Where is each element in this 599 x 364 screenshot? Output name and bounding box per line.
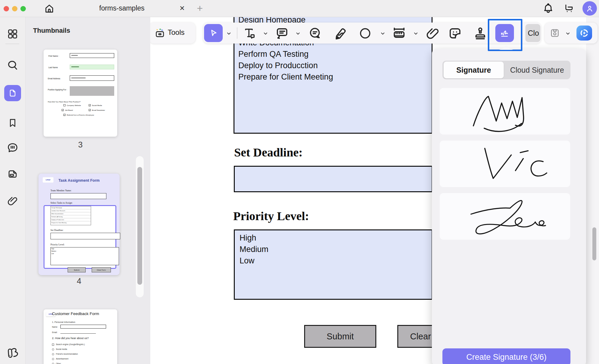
mini-form-title: Customer Feedback Form: [52, 311, 99, 316]
notifications-button[interactable]: [542, 3, 554, 15]
title-bar: forms-samples ✕ +: [0, 0, 599, 17]
mini-label: First Name :: [48, 55, 59, 57]
priority-option[interactable]: Low: [240, 255, 432, 266]
signature-item-leo[interactable]: [440, 193, 570, 240]
shapes-tool-dropdown[interactable]: [380, 31, 385, 37]
task-option[interactable]: Deploy to Producction: [238, 60, 432, 71]
document-tab[interactable]: forms-samples: [99, 4, 145, 12]
save-button[interactable]: [549, 28, 560, 40]
app-window: Design Homepage Conduct User Research Wr…: [0, 0, 599, 364]
tab-close-button[interactable]: ✕: [179, 5, 186, 12]
thumbnail-page-4[interactable]: UPDF Task Assignment Form Team Member Na…: [38, 174, 120, 275]
sidebar-item-bookmarks[interactable]: [4, 114, 22, 131]
mini-input: [70, 65, 114, 69]
mini-radio: [52, 363, 54, 364]
mini-label: How Did You Hear About This Position?: [48, 101, 81, 103]
mini-task: Design Homepage: [51, 206, 91, 209]
cart-icon: [564, 3, 575, 14]
attachment-tool[interactable]: [426, 26, 440, 42]
create-signature-button[interactable]: Create Signature (3/6): [442, 348, 570, 364]
mini-task: Deploy to Producction: [51, 218, 91, 221]
text-tool-dropdown[interactable]: [263, 31, 268, 37]
text-comment-tool[interactable]: [308, 26, 322, 42]
mini-label: Friend's recommendation: [56, 353, 78, 355]
submit-button[interactable]: Submit: [304, 325, 376, 348]
close-button[interactable]: Clo: [525, 24, 540, 42]
select-tool[interactable]: [204, 24, 223, 42]
mini-checkbox: [52, 344, 54, 346]
task-option[interactable]: Perform QA Testing: [238, 48, 432, 60]
thumbnails-scrollbar[interactable]: [137, 167, 142, 285]
set-deadline-heading: Set Deadline:: [234, 145, 303, 159]
select-tool-dropdown[interactable]: [227, 31, 231, 37]
thumbnails-panel: Thumbnails First Name : Last Name Email …: [26, 17, 150, 364]
priority-list-field[interactable]: High Medium Low: [234, 229, 432, 300]
tools-button-label: Tools: [168, 28, 185, 37]
tab-cloud-signature[interactable]: Cloud Signature: [504, 61, 570, 79]
highlighter-tool[interactable]: [333, 26, 347, 42]
mini-label: Job Board: [65, 109, 73, 111]
mini-label: Email Address: [48, 77, 60, 80]
save-dropdown[interactable]: [566, 31, 570, 37]
sidebar-item-pages[interactable]: [4, 165, 22, 182]
window-minimize-button[interactable]: [12, 6, 17, 11]
document-scrollbar[interactable]: [592, 227, 596, 260]
brand-logo-icon: [6, 346, 19, 359]
mini-label: Other:: [56, 362, 61, 364]
save-group: [545, 23, 597, 44]
signature-item-amy[interactable]: [440, 88, 570, 135]
new-tab-button[interactable]: +: [195, 3, 205, 13]
mini-option: High: [51, 248, 119, 250]
mini-option: Medium: [51, 250, 119, 253]
sidebar-item-search[interactable]: [4, 57, 22, 74]
mini-checkbox: [63, 104, 66, 106]
mini-task: Conduct User Research: [51, 209, 91, 212]
window-zoom-button[interactable]: [20, 6, 26, 11]
window-close-button[interactable]: [4, 6, 9, 11]
mini-form-title: Task Assignment Form: [38, 178, 120, 183]
mini-input: [70, 75, 114, 81]
mini-task: Prepare for Client Meeting: [51, 221, 91, 224]
thumbnail-page-5[interactable]: UPDF Customer Feedback Form 1. Personal …: [44, 309, 117, 364]
signature-vic-drawing: [440, 141, 570, 187]
mini-label: 2. How did you hear about us?: [52, 337, 89, 340]
sticker-tool[interactable]: [448, 26, 462, 42]
cart-button[interactable]: [564, 3, 575, 15]
signature-item-vic[interactable]: [440, 141, 570, 187]
mini-priority-list: High Medium Low: [50, 247, 119, 265]
account-avatar[interactable]: [582, 1, 597, 16]
sidebar-item-thumbnails[interactable]: [4, 85, 21, 101]
comment-tool[interactable]: [275, 26, 289, 42]
priority-option[interactable]: High: [240, 232, 432, 244]
measure-tool[interactable]: [392, 26, 406, 42]
deadline-field[interactable]: [234, 166, 432, 192]
sidebar-item-comments[interactable]: [4, 139, 22, 156]
mini-task: Perform QA Testing: [51, 215, 91, 218]
tab-signature[interactable]: Signature: [444, 62, 504, 78]
page-number-4: 4: [38, 277, 120, 286]
page-number-3: 3: [44, 140, 117, 150]
text-tool[interactable]: [243, 27, 256, 41]
grid-icon: [7, 28, 18, 40]
sidebar-item-attachments[interactable]: [4, 193, 22, 209]
stamp-icon: [473, 26, 487, 41]
tools-button[interactable]: Tools: [149, 23, 195, 44]
shapes-tool[interactable]: [358, 26, 372, 41]
mini-checkbox: ✓: [62, 109, 64, 111]
mini-label: Email:: [52, 331, 57, 333]
ai-assistant-button[interactable]: [576, 26, 592, 41]
home-button[interactable]: [44, 3, 55, 15]
thumbnail-page-3[interactable]: First Name : Last Name Email Address Pos…: [44, 50, 117, 137]
task-option[interactable]: Prepare for Client Meeting: [238, 71, 432, 83]
stamp-tool[interactable]: [473, 26, 487, 42]
mini-input: [50, 193, 106, 199]
mini-checkbox: ✓: [89, 104, 91, 106]
chat-bubble-icon: [308, 26, 322, 41]
app-logo: [4, 344, 22, 361]
sidebar-item-grid[interactable]: [4, 26, 22, 42]
measure-tool-dropdown[interactable]: [414, 31, 418, 37]
comment-tool-dropdown[interactable]: [296, 31, 300, 37]
mini-label: Set Deadline:: [50, 229, 63, 232]
mini-submit-button: Submit: [68, 267, 86, 272]
priority-option[interactable]: Medium: [240, 244, 432, 255]
